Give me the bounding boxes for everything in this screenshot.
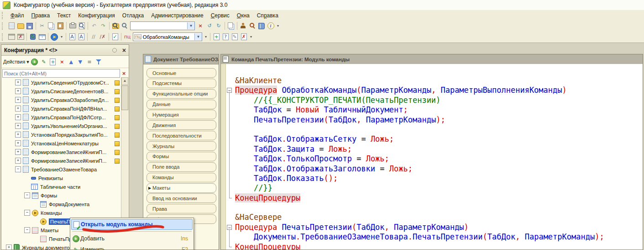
move-up-icon[interactable]: ▲: [67, 58, 75, 66]
template-a-icon[interactable]: А: [68, 33, 76, 41]
chevron-down-icon[interactable]: ▼: [187, 22, 194, 29]
tree-row[interactable]: −Формы: [1, 191, 121, 200]
bookmark-delete-icon[interactable]: ✗: [240, 33, 248, 41]
object-editor-header[interactable]: Документ ТребованиеОЗаменеТовара: [143, 54, 219, 64]
collapse-icon[interactable]: −: [24, 210, 30, 216]
syntax-check-icon[interactable]: ✓: [111, 33, 119, 41]
context-menu-item-Изменить[interactable]: ✎ИзменитьF2: [71, 244, 193, 250]
toolbar-grip[interactable]: [2, 12, 5, 19]
window-copy-icon[interactable]: [227, 22, 235, 30]
menu-Файл[interactable]: Файл: [7, 11, 28, 20]
template-b-icon[interactable]: А: [77, 33, 85, 41]
search-prev-icon[interactable]: ↺: [205, 22, 214, 30]
procedure-combo-input[interactable]: [141, 33, 194, 40]
tree-row[interactable]: ФормаДокумента: [1, 200, 121, 208]
bookmark-edit-icon[interactable]: ✎: [230, 33, 239, 41]
print-preview-icon[interactable]: [78, 22, 86, 30]
menu-Справка[interactable]: Справка: [253, 11, 282, 20]
fold-marker[interactable]: [226, 223, 235, 232]
comment-icon[interactable]: //: [89, 33, 98, 41]
search-combo-input[interactable]: [131, 22, 187, 29]
tab-Ввод на основании[interactable]: Ввод на основании: [147, 193, 216, 203]
sort-icon[interactable]: ≡: [85, 58, 94, 66]
tab-Движения[interactable]: Движения: [147, 120, 216, 130]
print-icon[interactable]: [68, 22, 77, 30]
tab-Формы[interactable]: Формы: [147, 152, 216, 161]
overflow-icon[interactable]: ▾: [204, 33, 208, 41]
code-editor[interactable]: &НаКлиентеПроцедура ОбработкаКоманды(Пар…: [221, 64, 643, 250]
tab-Журналы[interactable]: Журналы: [147, 141, 216, 151]
expand-icon[interactable]: +: [15, 97, 21, 103]
tab-Макеты[interactable]: ▶Макеты: [147, 183, 216, 193]
paste-icon[interactable]: [56, 22, 64, 30]
move-down-icon[interactable]: ▼: [76, 58, 84, 66]
tree-row[interactable]: +УстановкаЦенНоменклатуры: [1, 139, 121, 148]
expand-icon[interactable]: +: [6, 245, 12, 250]
edit-icon[interactable]: ✎: [40, 58, 48, 66]
menu-Сервис[interactable]: Сервис: [207, 11, 233, 20]
overflow-icon[interactable]: ▾: [59, 33, 64, 41]
tab-Подсистемы[interactable]: Подсистемы: [147, 79, 216, 88]
format-window-icon[interactable]: [7, 33, 16, 41]
open-module-icon[interactable]: [72, 221, 80, 229]
expand-icon[interactable]: +: [15, 132, 21, 138]
tree-row[interactable]: −ТребованиеОЗаменеТовара: [1, 165, 121, 174]
tree-row[interactable]: +УдалитьСправкаПоНДФЛСотр...: [1, 113, 121, 122]
bookmark-question-icon[interactable]: ?: [221, 33, 230, 41]
tree-row[interactable]: +ФормированиеЗаписейКнигиП...: [1, 156, 121, 165]
menu-Отладка[interactable]: Отладка: [119, 11, 147, 20]
zoom-icon[interactable]: [120, 22, 129, 30]
clear-search-button[interactable]: ×: [196, 22, 204, 30]
open-file-icon[interactable]: [16, 22, 25, 30]
expand-icon[interactable]: +: [15, 88, 21, 94]
syntax-search-icon[interactable]: [248, 22, 257, 30]
collapse-icon[interactable]: −: [15, 166, 21, 172]
expand-icon[interactable]: +: [15, 106, 21, 112]
menu-Конфигурация[interactable]: Конфигурация: [74, 11, 119, 20]
show-table-icon[interactable]: [38, 33, 46, 41]
tab-Команды[interactable]: Команды: [147, 173, 216, 182]
syntax-help-icon[interactable]: [257, 22, 266, 30]
info-icon[interactable]: i: [267, 22, 275, 30]
tree-row[interactable]: +УдалитьСправкаПоНДФЛВНал...: [1, 104, 121, 113]
tree-row[interactable]: +ФормированиеЗаписейКнигиП...: [1, 148, 121, 156]
expand-icon[interactable]: +: [15, 158, 21, 164]
uncomment-icon[interactable]: /✗: [99, 33, 107, 41]
tab-Данные[interactable]: Данные: [147, 100, 216, 109]
expand-icon[interactable]: +: [15, 114, 21, 120]
collapse-icon[interactable]: −: [24, 192, 30, 198]
syntax-assistant-icon[interactable]: [239, 22, 247, 30]
undo-icon[interactable]: ↶: [90, 22, 98, 30]
db-update-icon[interactable]: ↻: [29, 33, 37, 41]
bookmark-add-icon[interactable]: +: [212, 33, 220, 41]
find-in-files-icon[interactable]: [111, 22, 120, 30]
toolbar-grip[interactable]: [2, 22, 5, 30]
fold-marker[interactable]: [226, 85, 235, 95]
search-input[interactable]: [2, 69, 120, 78]
expand-icon[interactable]: +: [15, 80, 21, 85]
redo-icon[interactable]: ↷: [99, 22, 107, 30]
save-icon[interactable]: [26, 22, 34, 30]
context-menu-item-Открыть модуль команды[interactable]: Открыть модуль команды: [71, 219, 193, 230]
tree-row[interactable]: Реквизиты: [1, 174, 121, 182]
search-next-icon[interactable]: ↻: [215, 22, 223, 30]
tab-Права[interactable]: Права: [147, 204, 216, 213]
menu-Правка[interactable]: Правка: [28, 11, 54, 20]
menu-Окна[interactable]: Окна: [233, 11, 253, 20]
tab-Нумерация[interactable]: Нумерация: [147, 110, 216, 119]
overflow-icon[interactable]: ▾: [276, 22, 280, 30]
context-menu-item-Добавить[interactable]: +ДобавитьIns: [71, 233, 193, 244]
procedure-stamp-icon[interactable]: пц: [123, 33, 131, 41]
tree-row[interactable]: +УдалитьСписаниеДепонентовВ...: [1, 87, 121, 96]
add-icon[interactable]: +: [31, 58, 39, 66]
tab-Поле ввода[interactable]: Поле ввода: [147, 162, 216, 172]
collapse-icon[interactable]: −: [24, 227, 30, 233]
chevron-down-icon[interactable]: ▼: [194, 33, 202, 40]
edit-icon[interactable]: ✎: [72, 246, 80, 250]
scroll-up-icon[interactable]: ▲: [121, 77, 128, 85]
actions-menu-button[interactable]: Действия ▾: [3, 59, 29, 65]
search-combo[interactable]: ▼: [130, 21, 195, 30]
tab-Последовательности[interactable]: Последовательности: [147, 131, 216, 140]
module-window-header[interactable]: Команда ПечатьПретензии: Модуль команды: [221, 54, 643, 64]
add-icon[interactable]: +: [72, 235, 80, 243]
